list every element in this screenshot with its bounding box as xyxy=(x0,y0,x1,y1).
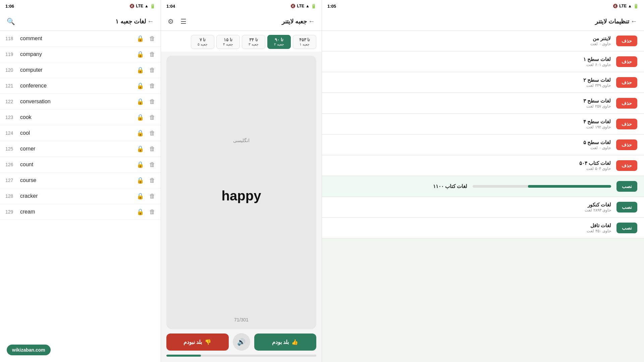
settings-button-2[interactable]: ⚙ xyxy=(166,16,175,27)
word-actions: 🔒 🗑 xyxy=(137,208,155,216)
back-button-2[interactable]: ← xyxy=(307,16,316,26)
status-bar-3: 1:05 🔇 LTE ▲ 🔋 xyxy=(322,0,644,12)
page-title-2: جعبه لایتنر xyxy=(188,18,307,25)
word-number: 122 xyxy=(5,99,16,104)
settings-item-title: لغات سطح ۵ xyxy=(329,139,611,145)
audio-icon: 🔊 xyxy=(237,338,246,346)
delete-button[interactable]: حذف xyxy=(616,36,637,46)
delete-button[interactable]: 🗑 xyxy=(149,177,155,184)
lock-button[interactable]: 🔒 xyxy=(137,208,144,216)
wikizaban-badge[interactable]: wikizaban.com xyxy=(7,345,51,355)
word-text: course xyxy=(20,177,132,183)
audio-button[interactable]: 🔊 xyxy=(233,333,250,351)
settings-item-delete: حذف لایتنر من حاوی ۰ لغت xyxy=(322,31,644,51)
didnt-know-button[interactable]: 👎 بلد نبودم xyxy=(166,334,229,351)
delete-button[interactable]: 🗑 xyxy=(149,51,155,58)
top-bar-3: ← تنظیمات لایتنر xyxy=(322,12,644,31)
settings-item-info: لایتنر من حاوی ۰ لغت xyxy=(329,36,611,46)
delete-button[interactable]: 🗑 xyxy=(149,193,155,200)
settings-item-sub: حاوی ۵۰۴ لغت xyxy=(329,166,611,171)
progress-container xyxy=(161,355,322,362)
delete-button[interactable]: 🗑 xyxy=(149,161,155,168)
status-bar-2: 1:04 🔇 LTE ▲ 🔋 xyxy=(161,0,322,12)
lock-button[interactable]: 🔒 xyxy=(137,161,144,168)
word-number: 129 xyxy=(5,209,16,215)
lock-button[interactable]: 🔒 xyxy=(137,35,144,42)
card-counter: 71/301 xyxy=(234,317,249,322)
tab-box-1[interactable]: تا ۴۵۳ جعبه ۱ xyxy=(293,35,316,49)
word-item: 122 conversation 🔒 🗑 xyxy=(0,94,161,110)
lock-button[interactable]: 🔒 xyxy=(137,129,144,137)
delete-button[interactable]: 🗑 xyxy=(149,130,155,137)
word-actions: 🔒 🗑 xyxy=(137,161,155,168)
lock-button[interactable]: 🔒 xyxy=(137,177,144,184)
delete-button[interactable]: حذف xyxy=(616,98,637,109)
back-button-3[interactable]: ← xyxy=(629,16,639,26)
delete-button[interactable]: حذف xyxy=(616,119,637,129)
word-number: 128 xyxy=(5,193,16,199)
delete-button[interactable]: 🗑 xyxy=(149,208,155,216)
delete-button[interactable]: 🗑 xyxy=(149,98,155,105)
signal-icon-2: ▲ xyxy=(306,4,310,8)
settings-item-title: لغات سطح ۳ xyxy=(329,98,611,104)
delete-button[interactable]: 🗑 xyxy=(149,82,155,89)
word-item: 125 corner 🔒 🗑 xyxy=(0,141,161,157)
settings-item-title: لایتنر من xyxy=(329,36,611,42)
panel-settings: 1:05 🔇 LTE ▲ 🔋 ← تنظیمات لایتنر حذف لایت… xyxy=(322,0,644,362)
battery-icon-3: 🔋 xyxy=(633,4,639,9)
settings-item-title: لغات سطح ۴ xyxy=(329,119,611,125)
progress-track xyxy=(166,355,316,357)
install-button[interactable]: نصب xyxy=(616,181,637,192)
back-button-1[interactable]: ← xyxy=(146,16,155,26)
volume-icon-3: 🔇 xyxy=(613,4,618,8)
word-number: 119 xyxy=(5,52,16,57)
lock-button[interactable]: 🔒 xyxy=(137,51,144,58)
battery-icon-2: 🔋 xyxy=(311,4,316,9)
word-list: 118 comment 🔒 🗑 119 company 🔒 🗑 120 comp… xyxy=(0,31,161,362)
tab-box-3[interactable]: تا ۳۴ جعبه ۳ xyxy=(242,35,265,49)
knew-button[interactable]: 👍 بلد بودم xyxy=(254,334,317,351)
settings-item-info: لغات سطح ۴ حاوی ۱۹۲ لغت xyxy=(329,119,611,129)
delete-button[interactable]: حذف xyxy=(616,56,637,67)
tab-box-4[interactable]: تا ۱۵ جعبه ۴ xyxy=(216,35,240,49)
delete-button[interactable]: 🗑 xyxy=(149,35,155,42)
menu-button-2[interactable]: ☰ xyxy=(179,16,188,27)
install-button[interactable]: نصب xyxy=(616,202,637,213)
tab-box-5[interactable]: تا ۷ جعبه ۵ xyxy=(191,35,214,49)
delete-button[interactable]: حذف xyxy=(616,77,637,88)
word-item: 126 count 🔒 🗑 xyxy=(0,157,161,173)
settings-item-sub: حاوی ۰ لغت xyxy=(329,42,611,46)
search-button-1[interactable]: 🔍 xyxy=(5,16,16,27)
settings-item-sub: حاوی ۲۵۷ لغت xyxy=(329,104,611,109)
delete-button[interactable]: 🗑 xyxy=(149,67,155,74)
lock-button[interactable]: 🔒 xyxy=(137,192,144,200)
tab-box-3-count: تا ۳۴ xyxy=(249,37,258,42)
word-actions: 🔒 🗑 xyxy=(137,82,155,89)
status-time-3: 1:05 xyxy=(327,4,336,9)
lock-button[interactable]: 🔒 xyxy=(137,98,144,105)
install-button[interactable]: نصب xyxy=(616,223,637,233)
status-time-2: 1:04 xyxy=(166,4,175,9)
settings-item-sub: حاوی ۳۳۹ لغت xyxy=(329,83,611,88)
word-text: cool xyxy=(20,130,132,136)
delete-button[interactable]: 🗑 xyxy=(149,145,155,153)
delete-button[interactable]: حذف xyxy=(616,139,637,150)
word-actions: 🔒 🗑 xyxy=(137,98,155,105)
install-fill xyxy=(528,185,611,188)
install-track xyxy=(473,185,611,188)
lock-button[interactable]: 🔒 xyxy=(137,145,144,153)
settings-item-title: لغات کنکور xyxy=(329,202,611,208)
delete-button[interactable]: حذف xyxy=(616,160,637,171)
delete-button[interactable]: 🗑 xyxy=(149,114,155,121)
settings-item-delete: حذف لغات سطح ۲ حاوی ۳۳۹ لغت xyxy=(322,72,644,93)
top-bar-1: ← لغات جعبه ۱ 🔍 xyxy=(0,12,161,31)
box-tabs: تا ۴۵۳ جعبه ۱ تا ۹۰ جعبه ۲ تا ۳۴ جعبه ۳ … xyxy=(161,31,322,52)
tab-box-2-active[interactable]: تا ۹۰ جعبه ۲ xyxy=(267,35,291,49)
lock-button[interactable]: 🔒 xyxy=(137,114,144,121)
lock-button[interactable]: 🔒 xyxy=(137,66,144,74)
flashcard[interactable]: انگلیسی happy 71/301 xyxy=(166,56,316,329)
settings-item-title: لغات سطح ۱ xyxy=(329,56,611,62)
word-number: 120 xyxy=(5,67,16,73)
lock-button[interactable]: 🔒 xyxy=(137,82,144,89)
signal-icon-1: ▲ xyxy=(145,4,149,8)
